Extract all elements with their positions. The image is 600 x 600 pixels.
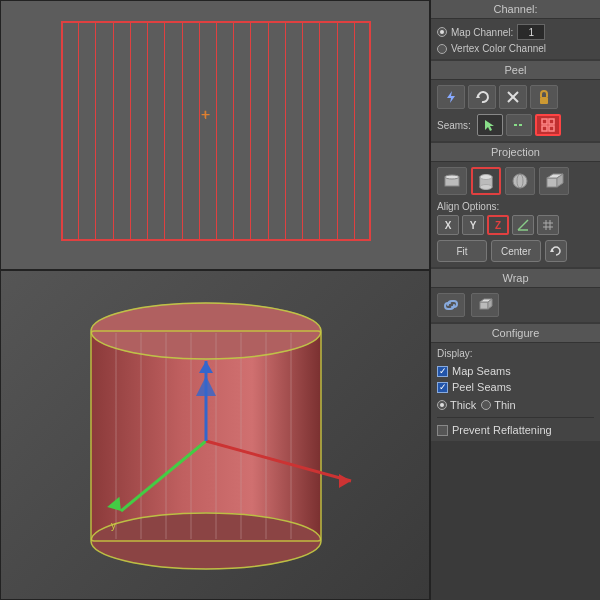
align-x-label: X	[445, 220, 452, 231]
svg-rect-31	[542, 126, 547, 131]
align-row: X Y Z	[437, 215, 594, 235]
map-seams-checkbox[interactable]: ✓	[437, 366, 448, 377]
svg-point-38	[513, 174, 527, 188]
projection-title: Projection	[491, 146, 540, 158]
align-y-button[interactable]: Y	[462, 215, 484, 235]
wrap-body	[431, 288, 600, 322]
thick-label: Thick	[450, 399, 476, 411]
uv-viewport[interactable]: +	[0, 0, 430, 270]
right-panel: Channel: Map Channel: Vertex Color Chann…	[430, 0, 600, 600]
peel-undo-button[interactable]	[468, 85, 496, 109]
vertex-color-row: Vertex Color Channel	[437, 43, 594, 54]
center-button[interactable]: Center	[491, 240, 541, 262]
svg-rect-50	[480, 302, 488, 309]
wrap-section: Wrap	[431, 269, 600, 322]
uv-vline-3	[113, 21, 114, 241]
scene-viewport[interactable]: y	[0, 270, 430, 600]
align-y-label: Y	[470, 220, 477, 231]
peel-title: Peel	[504, 64, 526, 76]
vertex-color-label: Vertex Color Channel	[451, 43, 546, 54]
svg-rect-30	[549, 119, 554, 124]
peel-cross-button[interactable]	[499, 85, 527, 109]
peel-lock-button[interactable]	[530, 85, 558, 109]
map-channel-radio[interactable]	[437, 27, 447, 37]
svg-rect-29	[542, 119, 547, 124]
center-label: Center	[501, 246, 531, 257]
proj-plane-button[interactable]	[437, 167, 467, 195]
align-z-button[interactable]: Z	[487, 215, 509, 235]
seam-cursor-button[interactable]	[477, 114, 503, 136]
wrap-box-button[interactable]	[471, 293, 499, 317]
wrap-title: Wrap	[502, 272, 528, 284]
prevent-checkbox[interactable]	[437, 425, 448, 436]
channel-header[interactable]: Channel:	[431, 0, 600, 19]
projection-icons	[437, 167, 594, 195]
channel-title: Channel:	[493, 3, 537, 15]
align-x-button[interactable]: X	[437, 215, 459, 235]
peel-icons-row	[437, 85, 594, 109]
thin-pair: Thin	[481, 399, 515, 411]
thick-radio[interactable]	[437, 400, 447, 410]
align-label: Align Options:	[437, 201, 594, 212]
fit-button[interactable]: Fit	[437, 240, 487, 262]
prevent-label: Prevent Reflattening	[452, 424, 552, 436]
configure-section: Configure Display: ✓ Map Seams ✓ Peel Se…	[431, 324, 600, 441]
map-seams-row: ✓ Map Seams	[437, 365, 594, 377]
seams-row: Seams:	[437, 114, 594, 136]
uv-crosshair: +	[201, 106, 217, 122]
svg-line-43	[518, 220, 528, 230]
proj-cylinder-button[interactable]	[471, 167, 501, 195]
svg-rect-32	[549, 126, 554, 131]
thick-pair: Thick	[437, 399, 476, 411]
channel-body: Map Channel: Vertex Color Channel	[431, 19, 600, 59]
uv-vline-14	[302, 21, 303, 241]
undo-button[interactable]	[545, 240, 567, 262]
svg-marker-22	[447, 91, 455, 103]
wrap-header[interactable]: Wrap	[431, 269, 600, 288]
projection-header[interactable]: Projection	[431, 143, 600, 162]
uv-vline-17	[354, 21, 355, 241]
svg-rect-26	[540, 97, 548, 104]
uv-vline-7	[182, 21, 183, 241]
uv-vline-9	[216, 21, 217, 241]
map-channel-row: Map Channel:	[437, 24, 594, 40]
peel-seams-checkbox[interactable]: ✓	[437, 382, 448, 393]
seam-dash-button[interactable]	[506, 114, 532, 136]
svg-point-34	[445, 175, 459, 179]
proj-sphere-button[interactable]	[505, 167, 535, 195]
align-grid-button[interactable]	[537, 215, 559, 235]
uv-vline-15	[319, 21, 320, 241]
align-z-label: Z	[495, 220, 501, 231]
align-angle-button[interactable]	[512, 215, 534, 235]
uv-vline-11	[250, 21, 251, 241]
seam-grid-button[interactable]	[535, 114, 561, 136]
svg-point-36	[480, 175, 492, 180]
map-channel-label: Map Channel:	[451, 27, 513, 38]
peel-lightning-button[interactable]	[437, 85, 465, 109]
peel-header[interactable]: Peel	[431, 61, 600, 80]
uv-vline-2	[95, 21, 96, 241]
wrap-icons-row	[437, 293, 594, 317]
vertex-color-radio[interactable]	[437, 44, 447, 54]
uv-vline-16	[337, 21, 338, 241]
configure-header[interactable]: Configure	[431, 324, 600, 343]
thick-thin-row: Thick Thin	[437, 399, 594, 411]
uv-vline-8	[199, 21, 200, 241]
configure-body: Display: ✓ Map Seams ✓ Peel Seams Thick …	[431, 343, 600, 441]
map-seams-label: Map Seams	[452, 365, 511, 377]
thin-radio[interactable]	[481, 400, 491, 410]
map-channel-spinbox[interactable]	[517, 24, 545, 40]
display-label: Display:	[437, 348, 594, 359]
svg-point-37	[480, 185, 492, 190]
uv-vline-5	[147, 21, 148, 241]
projection-body: Align Options: X Y Z	[431, 162, 600, 267]
divider	[437, 417, 594, 418]
cylinder-container: y	[41, 281, 401, 581]
thin-label: Thin	[494, 399, 515, 411]
fit-label: Fit	[456, 246, 467, 257]
wrap-chain-button[interactable]	[437, 293, 465, 317]
uv-lines	[61, 21, 371, 241]
svg-rect-40	[547, 178, 557, 187]
proj-box-button[interactable]	[539, 167, 569, 195]
peel-body: Seams:	[431, 80, 600, 141]
